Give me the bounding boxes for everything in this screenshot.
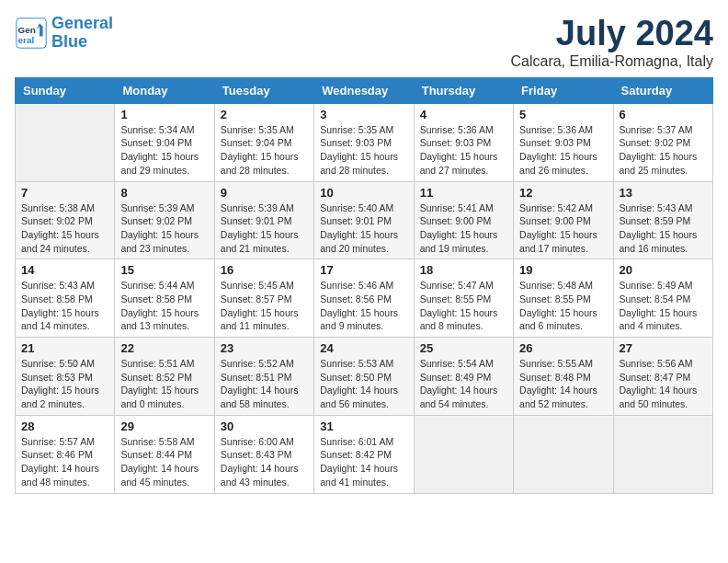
day-number: 10 — [320, 186, 407, 200]
day-number: 26 — [519, 341, 607, 355]
day-info: Sunrise: 5:53 AMSunset: 8:50 PMDaylight:… — [320, 357, 407, 411]
day-cell — [514, 415, 613, 493]
logo: Gen eral General Blue — [15, 15, 113, 52]
header-cell-saturday: Saturday — [613, 77, 712, 103]
day-info: Sunrise: 5:35 AMSunset: 9:03 PMDaylight:… — [320, 123, 407, 178]
logo-icon: Gen eral — [15, 17, 48, 50]
day-number: 24 — [320, 341, 407, 355]
day-info: Sunrise: 5:49 AMSunset: 8:54 PMDaylight:… — [620, 279, 707, 333]
day-number: 5 — [519, 108, 607, 121]
day-number: 15 — [120, 263, 208, 277]
day-cell — [16, 103, 115, 181]
day-number: 2 — [221, 108, 308, 121]
day-number: 22 — [120, 341, 208, 355]
day-cell: 6Sunrise: 5:37 AMSunset: 9:02 PMDaylight… — [613, 103, 712, 181]
day-number: 25 — [420, 341, 507, 355]
day-number: 9 — [221, 186, 308, 200]
header-cell-friday: Friday — [514, 77, 613, 103]
day-cell: 15Sunrise: 5:44 AMSunset: 8:58 PMDayligh… — [115, 259, 214, 338]
day-cell: 8Sunrise: 5:39 AMSunset: 9:02 PMDaylight… — [115, 181, 214, 259]
day-number: 16 — [221, 263, 308, 277]
header-cell-sunday: Sunday — [16, 77, 115, 103]
day-info: Sunrise: 6:01 AMSunset: 8:42 PMDaylight:… — [320, 435, 407, 489]
day-info: Sunrise: 5:54 AMSunset: 8:49 PMDaylight:… — [420, 357, 507, 411]
day-info: Sunrise: 5:39 AMSunset: 9:01 PMDaylight:… — [221, 201, 308, 256]
day-info: Sunrise: 5:57 AMSunset: 8:46 PMDaylight:… — [21, 435, 108, 489]
day-info: Sunrise: 6:00 AMSunset: 8:43 PMDaylight:… — [221, 435, 308, 489]
day-info: Sunrise: 5:55 AMSunset: 8:48 PMDaylight:… — [519, 357, 607, 411]
header-cell-monday: Monday — [115, 77, 214, 103]
day-info: Sunrise: 5:50 AMSunset: 8:53 PMDaylight:… — [21, 357, 108, 411]
day-info: Sunrise: 5:41 AMSunset: 9:00 PMDaylight:… — [420, 201, 507, 256]
main-title: July 2024 — [510, 15, 713, 53]
day-cell: 16Sunrise: 5:45 AMSunset: 8:57 PMDayligh… — [214, 259, 313, 338]
day-info: Sunrise: 5:36 AMSunset: 9:03 PMDaylight:… — [420, 123, 507, 178]
day-cell: 23Sunrise: 5:52 AMSunset: 8:51 PMDayligh… — [214, 338, 313, 416]
day-info: Sunrise: 5:56 AMSunset: 8:47 PMDaylight:… — [620, 357, 707, 411]
day-cell: 29Sunrise: 5:58 AMSunset: 8:44 PMDayligh… — [115, 415, 214, 493]
day-info: Sunrise: 5:52 AMSunset: 8:51 PMDaylight:… — [221, 357, 308, 411]
day-number: 30 — [221, 419, 308, 433]
day-cell: 27Sunrise: 5:56 AMSunset: 8:47 PMDayligh… — [613, 338, 712, 416]
svg-text:Gen: Gen — [18, 25, 36, 35]
day-number: 1 — [120, 108, 208, 121]
day-cell: 12Sunrise: 5:42 AMSunset: 9:00 PMDayligh… — [514, 181, 613, 259]
day-cell — [613, 415, 712, 493]
day-info: Sunrise: 5:58 AMSunset: 8:44 PMDaylight:… — [120, 435, 208, 489]
logo-text: General Blue — [51, 15, 113, 52]
day-cell: 1Sunrise: 5:34 AMSunset: 9:04 PMDaylight… — [115, 103, 214, 181]
calendar-body: 1Sunrise: 5:34 AMSunset: 9:04 PMDaylight… — [16, 103, 713, 493]
day-cell: 24Sunrise: 5:53 AMSunset: 8:50 PMDayligh… — [314, 338, 414, 416]
day-number: 14 — [21, 263, 108, 277]
day-info: Sunrise: 5:47 AMSunset: 8:55 PMDaylight:… — [420, 279, 507, 333]
page-header: Gen eral General Blue July 2024 Calcara,… — [15, 15, 713, 70]
day-info: Sunrise: 5:51 AMSunset: 8:52 PMDaylight:… — [120, 357, 208, 411]
day-number: 20 — [620, 263, 707, 277]
day-number: 11 — [420, 186, 507, 200]
day-info: Sunrise: 5:36 AMSunset: 9:03 PMDaylight:… — [519, 123, 607, 178]
day-number: 29 — [120, 419, 208, 433]
header-cell-thursday: Thursday — [414, 77, 513, 103]
day-cell: 26Sunrise: 5:55 AMSunset: 8:48 PMDayligh… — [514, 338, 613, 416]
calendar-header-row: SundayMondayTuesdayWednesdayThursdayFrid… — [16, 77, 713, 103]
day-info: Sunrise: 5:38 AMSunset: 9:02 PMDaylight:… — [21, 201, 108, 256]
day-cell: 18Sunrise: 5:47 AMSunset: 8:55 PMDayligh… — [414, 259, 513, 338]
day-cell — [414, 415, 513, 493]
day-cell: 30Sunrise: 6:00 AMSunset: 8:43 PMDayligh… — [214, 415, 313, 493]
day-cell: 21Sunrise: 5:50 AMSunset: 8:53 PMDayligh… — [16, 338, 115, 416]
day-number: 21 — [21, 341, 108, 355]
day-cell: 3Sunrise: 5:35 AMSunset: 9:03 PMDaylight… — [314, 103, 414, 181]
day-number: 17 — [320, 263, 407, 277]
day-info: Sunrise: 5:45 AMSunset: 8:57 PMDaylight:… — [221, 279, 308, 333]
day-cell: 9Sunrise: 5:39 AMSunset: 9:01 PMDaylight… — [214, 181, 313, 259]
day-number: 6 — [620, 108, 707, 121]
week-row-5: 28Sunrise: 5:57 AMSunset: 8:46 PMDayligh… — [16, 415, 713, 493]
day-number: 12 — [519, 186, 607, 200]
week-row-4: 21Sunrise: 5:50 AMSunset: 8:53 PMDayligh… — [16, 338, 713, 416]
calendar-table: SundayMondayTuesdayWednesdayThursdayFrid… — [15, 77, 713, 494]
day-info: Sunrise: 5:37 AMSunset: 9:02 PMDaylight:… — [620, 123, 707, 178]
day-info: Sunrise: 5:40 AMSunset: 9:01 PMDaylight:… — [320, 201, 407, 256]
day-info: Sunrise: 5:43 AMSunset: 8:59 PMDaylight:… — [620, 201, 707, 256]
day-number: 31 — [320, 419, 407, 433]
day-number: 27 — [620, 341, 707, 355]
day-info: Sunrise: 5:48 AMSunset: 8:55 PMDaylight:… — [519, 279, 607, 333]
day-number: 13 — [620, 186, 707, 200]
title-area: July 2024 Calcara, Emilia-Romagna, Italy — [510, 15, 713, 70]
day-cell: 7Sunrise: 5:38 AMSunset: 9:02 PMDaylight… — [16, 181, 115, 259]
day-info: Sunrise: 5:46 AMSunset: 8:56 PMDaylight:… — [320, 279, 407, 333]
day-info: Sunrise: 5:39 AMSunset: 9:02 PMDaylight:… — [120, 201, 208, 256]
day-cell: 25Sunrise: 5:54 AMSunset: 8:49 PMDayligh… — [414, 338, 513, 416]
header-cell-tuesday: Tuesday — [214, 77, 313, 103]
day-cell: 28Sunrise: 5:57 AMSunset: 8:46 PMDayligh… — [16, 415, 115, 493]
day-cell: 17Sunrise: 5:46 AMSunset: 8:56 PMDayligh… — [314, 259, 414, 338]
svg-text:eral: eral — [18, 35, 35, 45]
day-number: 8 — [120, 186, 208, 200]
subtitle: Calcara, Emilia-Romagna, Italy — [510, 53, 713, 70]
day-number: 7 — [21, 186, 108, 200]
day-cell: 31Sunrise: 6:01 AMSunset: 8:42 PMDayligh… — [314, 415, 414, 493]
header-cell-wednesday: Wednesday — [314, 77, 414, 103]
day-cell: 19Sunrise: 5:48 AMSunset: 8:55 PMDayligh… — [514, 259, 613, 338]
day-cell: 13Sunrise: 5:43 AMSunset: 8:59 PMDayligh… — [613, 181, 712, 259]
week-row-1: 1Sunrise: 5:34 AMSunset: 9:04 PMDaylight… — [16, 103, 713, 181]
